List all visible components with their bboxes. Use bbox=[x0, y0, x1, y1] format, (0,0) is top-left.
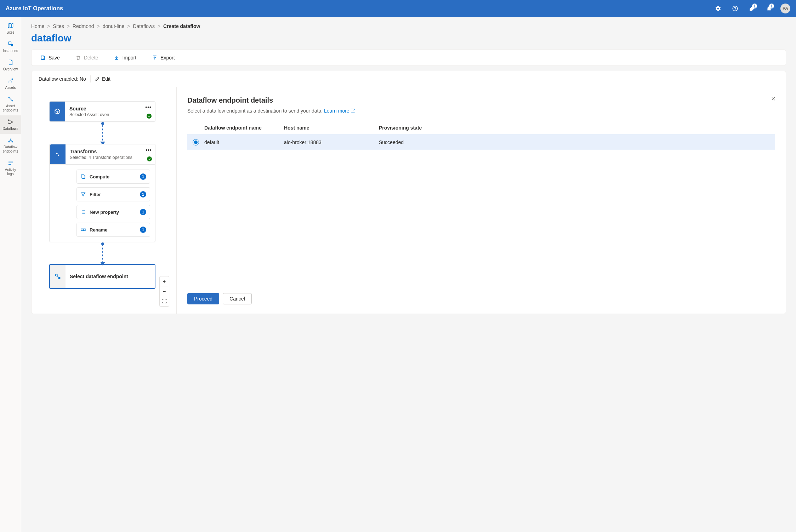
sidenav-label: Dataflow endpoints bbox=[1, 145, 19, 154]
source-node[interactable]: Source Selected Asset: oven ••• bbox=[49, 101, 155, 122]
details-title: Dataflow endpoint details bbox=[187, 96, 775, 104]
cell-name: default bbox=[204, 139, 284, 145]
sidenav-overview[interactable]: Overview bbox=[0, 56, 21, 74]
sidenav-activity-logs[interactable]: Activity logs bbox=[0, 156, 21, 179]
dataflows-icon bbox=[6, 118, 15, 126]
settings-icon[interactable] bbox=[712, 3, 724, 14]
zoom-fit-button[interactable]: ⛶ bbox=[160, 296, 169, 306]
svg-point-5 bbox=[8, 120, 9, 121]
col-header-host: Host name bbox=[284, 125, 379, 131]
sidenav-label: Activity logs bbox=[1, 168, 19, 176]
transform-count: 1 bbox=[140, 209, 146, 215]
sidenav-instances[interactable]: Instances bbox=[0, 38, 21, 56]
filter-icon bbox=[80, 191, 86, 197]
notifications-badge: 1 bbox=[769, 4, 774, 8]
breadcrumb-item[interactable]: Dataflows bbox=[133, 23, 154, 29]
proceed-button[interactable]: Proceed bbox=[187, 293, 219, 304]
sidenav-label: Assets bbox=[5, 86, 16, 90]
transform-label: New property bbox=[90, 210, 136, 215]
cell-state: Succeeded bbox=[379, 139, 775, 145]
sidenav-asset-endpoints[interactable]: Asset endpoints bbox=[0, 93, 21, 115]
sidenav-label: Instances bbox=[3, 49, 18, 53]
transform-label: Rename bbox=[90, 227, 136, 233]
sidenav-dataflows[interactable]: Dataflows bbox=[0, 115, 21, 134]
breadcrumb-item[interactable]: Home bbox=[31, 23, 44, 29]
sidenav-label: Asset endpoints bbox=[1, 104, 19, 113]
transform-rename[interactable]: Rename 1 bbox=[76, 223, 150, 237]
breadcrumb-item[interactable]: Redmond bbox=[73, 23, 94, 29]
cube-icon bbox=[50, 102, 65, 121]
list-icon bbox=[80, 209, 86, 215]
col-header-state: Provisioning state bbox=[379, 125, 775, 131]
svg-rect-13 bbox=[81, 229, 83, 230]
breadcrumb-item[interactable]: Sites bbox=[53, 23, 64, 29]
export-button[interactable]: Export bbox=[149, 53, 177, 62]
source-title: Source bbox=[69, 106, 151, 111]
import-label: Import bbox=[122, 55, 136, 61]
zoom-in-button[interactable]: + bbox=[160, 276, 169, 286]
endpoint-icon bbox=[6, 136, 15, 144]
cancel-button[interactable]: Cancel bbox=[223, 293, 252, 304]
export-label: Export bbox=[160, 55, 175, 61]
source-subtitle: Selected Asset: oven bbox=[69, 112, 151, 117]
external-link-icon bbox=[351, 109, 355, 113]
plug-icon bbox=[6, 95, 15, 103]
instances-icon bbox=[6, 40, 15, 48]
transform-new-property[interactable]: New property 1 bbox=[76, 205, 150, 219]
notifications-icon[interactable]: 1 bbox=[763, 3, 775, 14]
select-endpoint-node[interactable]: Select dataflow endpoint bbox=[49, 264, 155, 289]
svg-point-8 bbox=[10, 138, 11, 139]
svg-point-2 bbox=[12, 79, 13, 80]
rename-icon bbox=[80, 227, 86, 233]
transform-compute[interactable]: Compute 1 bbox=[76, 170, 150, 184]
table-row[interactable]: default aio-broker:18883 Succeeded bbox=[187, 135, 775, 150]
svg-point-3 bbox=[8, 97, 10, 98]
map-icon bbox=[6, 21, 15, 30]
connector-arrow bbox=[102, 124, 103, 144]
transform-count: 1 bbox=[140, 227, 146, 233]
breadcrumb: Home> Sites> Redmond> donut-line> Datafl… bbox=[31, 23, 786, 29]
sidenav-label: Dataflows bbox=[3, 127, 18, 131]
radio-selected[interactable] bbox=[193, 139, 199, 145]
zoom-out-button[interactable]: − bbox=[160, 286, 169, 296]
details-subtitle: Select a dataflow endpoint as a destinat… bbox=[187, 108, 775, 114]
dataflow-enabled-label: Dataflow enabled: No bbox=[39, 76, 86, 82]
feedback-icon[interactable]: 1 bbox=[746, 3, 758, 14]
breadcrumb-current: Create dataflow bbox=[163, 23, 200, 29]
avatar[interactable]: PA bbox=[780, 4, 790, 13]
close-icon[interactable] bbox=[769, 95, 777, 104]
svg-rect-16 bbox=[58, 277, 61, 279]
edit-button[interactable]: Edit bbox=[95, 76, 110, 82]
sidenav-label: Sites bbox=[6, 30, 14, 35]
status-success-icon bbox=[147, 114, 152, 119]
more-icon[interactable]: ••• bbox=[146, 147, 152, 153]
page-title: dataflow bbox=[31, 33, 786, 44]
save-label: Save bbox=[49, 55, 60, 61]
help-icon[interactable] bbox=[729, 3, 741, 14]
svg-rect-14 bbox=[84, 229, 85, 230]
transform-count: 1 bbox=[140, 191, 146, 198]
transforms-icon bbox=[50, 144, 66, 164]
edit-label: Edit bbox=[102, 76, 110, 82]
svg-point-9 bbox=[8, 141, 10, 142]
more-icon[interactable]: ••• bbox=[145, 104, 152, 110]
logs-icon bbox=[6, 159, 15, 167]
save-button[interactable]: Save bbox=[37, 53, 63, 62]
compute-icon bbox=[80, 174, 86, 179]
delete-button: Delete bbox=[73, 53, 101, 62]
svg-point-10 bbox=[12, 141, 13, 142]
endpoint-node-icon bbox=[50, 265, 66, 288]
assets-icon bbox=[6, 76, 15, 85]
transform-label: Compute bbox=[90, 174, 136, 179]
svg-rect-11 bbox=[42, 58, 44, 59]
sidenav-assets[interactable]: Assets bbox=[0, 74, 21, 93]
transforms-node[interactable]: Transforms Selected: 4 Transform operati… bbox=[49, 144, 155, 242]
select-endpoint-label: Select dataflow endpoint bbox=[66, 265, 155, 288]
transform-filter[interactable]: Filter 1 bbox=[76, 187, 150, 201]
svg-rect-0 bbox=[8, 42, 11, 45]
import-button[interactable]: Import bbox=[111, 53, 139, 62]
sidenav-dataflow-endpoints[interactable]: Dataflow endpoints bbox=[0, 134, 21, 156]
sidenav-sites[interactable]: Sites bbox=[0, 19, 21, 38]
learn-more-link[interactable]: Learn more bbox=[324, 108, 355, 114]
breadcrumb-item[interactable]: donut-line bbox=[103, 23, 125, 29]
